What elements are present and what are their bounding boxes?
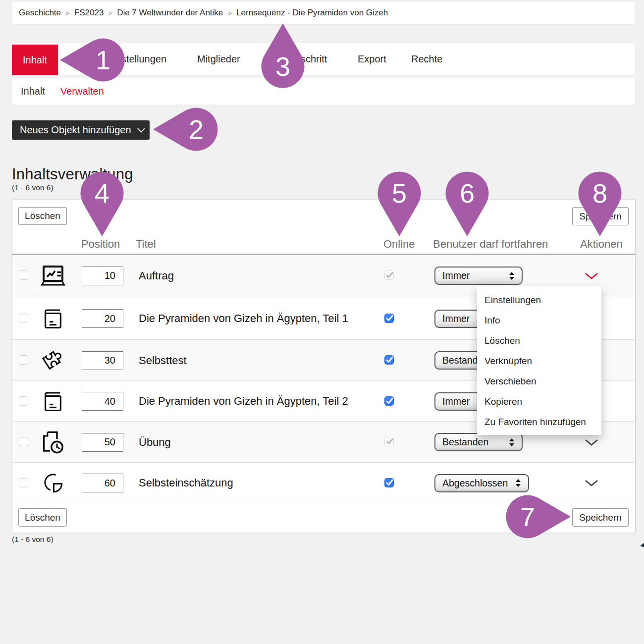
row-select-checkbox[interactable]	[19, 270, 28, 280]
column-header-position: Position	[81, 238, 120, 251]
assignment-laptop-icon	[41, 266, 65, 288]
subtab-inhalt[interactable]: Inhalt	[21, 78, 45, 105]
mouse-cursor-artifact	[640, 543, 644, 547]
menu-item-kopieren[interactable]: Kopieren	[477, 391, 601, 412]
table-row: SelbsteinschätzungAbgeschlossen	[13, 462, 635, 503]
tab-bar: Inhalt EinstellungenMitgliederLernfortsc…	[12, 43, 635, 75]
tab-lernfortschritt[interactable]: Lernfortschritt	[267, 43, 327, 75]
menu-item-l-schen[interactable]: Löschen	[477, 330, 601, 351]
actions-chevron-icon[interactable]	[585, 272, 598, 281]
continue-select[interactable]: Abgeschlossen	[434, 474, 529, 492]
subtab-bar: InhaltVerwalten	[12, 78, 635, 105]
subtab-verwalten[interactable]: Verwalten	[60, 78, 104, 105]
result-range-bottom: (1 - 6 von 6)	[12, 535, 54, 544]
row-select-checkbox[interactable]	[19, 437, 28, 446]
add-object-button[interactable]: Neues Objekt hinzufügen	[12, 120, 150, 140]
menu-item-einstellungen[interactable]: Einstellungen	[477, 290, 601, 310]
select-arrows-icon	[509, 272, 514, 280]
svg-text:2: 2	[189, 114, 204, 144]
position-input[interactable]	[82, 474, 123, 492]
survey-pie-icon	[42, 472, 64, 496]
save-button-top[interactable]: Speichern	[572, 207, 629, 225]
row-title[interactable]: Übung	[139, 436, 171, 449]
tab-einstellungen[interactable]: Einstellungen	[107, 43, 166, 75]
column-header-aktionen: Aktionen	[580, 238, 623, 251]
column-header-online: Online	[383, 238, 415, 251]
test-puzzle-icon	[41, 348, 65, 375]
actions-dropdown-menu: EinstellungenInfoLöschenVerknüpfenVersch…	[477, 286, 601, 435]
continue-select[interactable]: Immer	[434, 267, 523, 285]
row-title[interactable]: Die Pyramiden von Gizeh in Ägypten, Teil…	[139, 312, 348, 325]
save-button-bottom[interactable]: Speichern	[572, 508, 629, 527]
online-checkbox[interactable]	[384, 478, 394, 487]
tab-inhalt[interactable]: Inhalt	[12, 45, 58, 75]
exercise-file-clock-icon	[42, 430, 64, 456]
learning-module-icon	[44, 308, 62, 331]
menu-item-verkn-pfen[interactable]: Verknüpfen	[477, 351, 601, 371]
delete-button-top[interactable]: Löschen	[18, 207, 67, 225]
breadcrumb-item[interactable]: FS2023	[74, 8, 104, 18]
chevron-down-icon	[137, 128, 145, 133]
row-select-checkbox[interactable]	[19, 396, 28, 406]
position-input[interactable]	[82, 351, 123, 370]
learning-module-icon	[44, 390, 62, 414]
position-input[interactable]	[82, 309, 123, 328]
select-arrows-icon	[509, 438, 514, 446]
position-input[interactable]	[82, 392, 123, 411]
online-checkbox	[384, 437, 394, 446]
continue-select-value: Immer	[442, 313, 470, 324]
row-title[interactable]: Selbsteinschätzung	[139, 477, 233, 489]
result-range-top: (1 - 6 von 6)	[12, 183, 54, 192]
continue-select-value: Immer	[442, 396, 470, 407]
menu-item-info[interactable]: Info	[477, 310, 601, 330]
menu-item-zu-favoriten-hinzuf-gen[interactable]: Zu Favoriten hinzufügen	[477, 412, 601, 432]
column-header-titel: Titel	[136, 238, 156, 251]
row-select-checkbox[interactable]	[19, 314, 28, 323]
position-input[interactable]	[82, 433, 123, 452]
breadcrumb-item[interactable]: Geschichte	[19, 8, 61, 18]
breadcrumb: Geschichte>FS2023>Die 7 Weltwunder der A…	[12, 2, 635, 24]
breadcrumb-item[interactable]: Die 7 Weltwunder der Antike	[117, 8, 223, 18]
select-arrows-icon	[516, 479, 521, 487]
row-title[interactable]: Auftrag	[139, 269, 174, 282]
column-header-benutzer-darf-fortfahren: Benutzer darf fortfahren	[433, 238, 548, 251]
menu-item-verschieben[interactable]: Verschieben	[477, 371, 601, 391]
row-title[interactable]: Selbsttest	[139, 354, 187, 367]
online-checkbox[interactable]	[384, 396, 394, 406]
tab-mitglieder[interactable]: Mitglieder	[197, 43, 240, 75]
page-title: Inhaltsverwaltung	[12, 165, 133, 183]
tab-rechte[interactable]: Rechte	[411, 43, 442, 75]
breadcrumb-separator: >	[65, 9, 70, 17]
breadcrumb-separator: >	[227, 9, 232, 17]
continue-select-value: Immer	[442, 270, 470, 281]
actions-chevron-icon[interactable]	[585, 439, 598, 448]
position-input[interactable]	[82, 267, 123, 285]
breadcrumb-item[interactable]: Lernsequenz - Die Pyramiden von Gizeh	[236, 8, 388, 18]
row-select-checkbox[interactable]	[19, 478, 28, 487]
table-header-row: Position Titel Online Benutzer darf fort…	[12, 236, 635, 254]
row-title[interactable]: Die Pyramiden von Gizeh in Ägypten, Teil…	[139, 395, 348, 408]
add-object-button-label: Neues Objekt hinzufügen	[20, 124, 131, 136]
continue-select-value: Bestanden	[442, 436, 488, 448]
online-checkbox[interactable]	[384, 355, 394, 365]
delete-button-bottom[interactable]: Löschen	[18, 508, 67, 527]
tab-export[interactable]: Export	[358, 43, 386, 75]
continue-select[interactable]: Bestanden	[434, 433, 523, 451]
row-select-checkbox[interactable]	[19, 355, 28, 365]
online-checkbox[interactable]	[384, 314, 394, 323]
online-checkbox	[384, 270, 394, 280]
table-footer-bar: Löschen Speichern	[12, 503, 635, 533]
breadcrumb-separator: >	[108, 9, 112, 17]
continue-select-value: Abgeschlossen	[442, 478, 508, 489]
actions-chevron-icon[interactable]	[585, 480, 598, 488]
